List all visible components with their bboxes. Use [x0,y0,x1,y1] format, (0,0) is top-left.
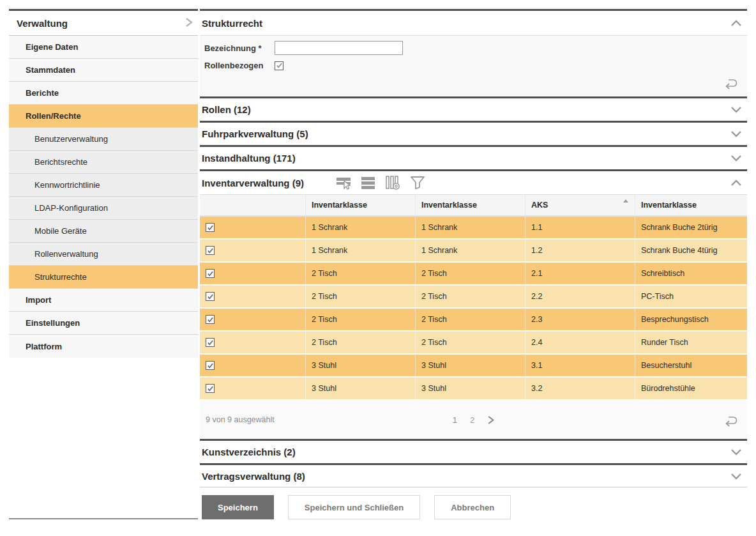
row-checkbox[interactable] [206,223,215,232]
sidebar-item-label: Import [26,295,51,305]
table-row[interactable]: 2 Tisch 2 Tisch 2.1 Schreibtisch [200,263,747,284]
sidebar-item-eigene-daten[interactable]: Eigene Daten [9,36,198,59]
cell: 2 Tisch [416,309,525,330]
row-checkbox[interactable] [206,315,215,324]
page-1-button[interactable]: 1 [453,415,457,425]
column-header[interactable]: Inventarklasse [416,195,525,215]
cell: 2.4 [525,332,635,353]
sidebar-item-ldap-konfiguration[interactable]: LDAP-Konfiguration [9,197,198,220]
sidebar-item-benutzerverwaltung[interactable]: Benutzerverwaltung [9,128,198,151]
section-header-rollen[interactable]: Rollen (12) [200,96,747,121]
sidebar-item-rollen-rechte[interactable]: Rollen/Rechte [9,105,198,128]
section-header-instandhaltung[interactable]: Instandhaltung (171) [200,145,747,169]
table-row[interactable]: 1 Schrank 1 Schrank 1.1 Schrank Buche 2t… [200,217,747,238]
cell: 3 Stuhl [416,378,525,399]
section-header-inventarverwaltung[interactable]: Inventarverwaltung (9) [200,169,747,194]
action-button-bar: Speichern Speichern und Schließen Abbrec… [200,487,747,519]
table-header-row: Inventarklasse Inventarklasse AKS Invent… [200,194,747,217]
cell: 3 Stuhl [306,378,416,399]
sidebar-item-label: Berichte [26,88,59,98]
table-row[interactable]: 3 Stuhl 3 Stuhl 3.1 Besucherstuhl [200,355,747,376]
list-rows-icon[interactable] [361,175,376,190]
sidebar-item-strukturrechte[interactable]: Strukturrechte [9,266,198,289]
table-row[interactable]: 1 Schrank 1 Schrank 1.2 Schrank Buche 4t… [200,240,747,261]
row-checkbox[interactable] [206,384,215,393]
row-checkbox[interactable] [206,361,215,370]
section-header-fuhrparkverwaltung[interactable]: Fuhrparkverwaltung (5) [200,121,747,145]
column-header-aks[interactable]: AKS [525,195,635,215]
table-row[interactable]: 2 Tisch 2 Tisch 2.2 PC-Tisch [200,286,747,307]
chevron-down-icon[interactable] [729,471,743,481]
table-row[interactable]: 2 Tisch 2 Tisch 2.4 Runder Tisch [200,332,747,353]
row-checkbox[interactable] [206,269,215,278]
row-checkbox[interactable] [206,292,215,301]
sidebar-item-label: Rollen/Rechte [26,111,81,121]
select-rows-icon[interactable] [336,175,352,190]
cell: Runder Tisch [635,332,747,353]
filter-funnel-icon[interactable] [409,175,426,190]
cell: 1.1 [525,217,635,238]
undo-icon[interactable] [723,413,739,430]
page-2-button[interactable]: 2 [470,415,474,425]
sidebar-item-kennwortrichtlinie[interactable]: Kennwortrichtlinie [9,174,198,197]
section-header-kunstverzeichnis[interactable]: Kunstverzeichnis (2) [200,439,747,463]
cell: 1 Schrank [306,240,416,261]
selection-count: 9 von 9 ausgewählt [200,415,275,424]
sidebar-item-mobile-geraete[interactable]: Mobile Geräte [9,220,198,243]
cell: 2.1 [525,263,635,284]
save-button[interactable]: Speichern [202,495,274,519]
column-header[interactable]: Inventarklasse [306,195,416,215]
bezeichnung-input[interactable] [275,41,403,55]
sidebar-title: Verwaltung [17,18,68,29]
cell: Schrank Buche 4türig [635,240,747,261]
section-title: Rollen (12) [202,104,251,115]
sidebar-item-label: Strukturrechte [34,272,87,282]
section-title: Kunstverzeichnis (2) [202,447,296,457]
chevron-down-icon[interactable] [729,129,743,139]
cell: 1 Schrank [416,217,525,238]
next-page-icon[interactable] [487,415,494,425]
cell: Besprechungstisch [635,309,747,330]
column-header-label: AKS [531,201,548,210]
sidebar-item-rollenverwaltung[interactable]: Rollenverwaltung [9,243,198,266]
row-checkbox[interactable] [206,246,215,255]
cell: PC-Tisch [635,286,747,307]
sidebar-item-plattform[interactable]: Plattform [9,335,198,358]
sidebar-item-berichtsrechte[interactable]: Berichtsrechte [9,151,198,174]
column-settings-icon[interactable] [384,175,401,190]
section-title: Inventarverwaltung (9) [202,178,304,188]
table-row[interactable]: 2 Tisch 2 Tisch 2.3 Besprechungstisch [200,309,747,330]
cancel-button[interactable]: Abbrechen [434,495,511,519]
column-header[interactable]: Inventarklasse [635,195,747,215]
sidebar: Verwaltung Eigene Daten Stammdaten Beric… [9,9,198,519]
chevron-down-icon[interactable] [729,447,743,457]
sidebar-item-berichte[interactable]: Berichte [9,82,198,105]
cell: 2 Tisch [306,309,416,330]
table-row[interactable]: 3 Stuhl 3 Stuhl 3.2 Bürodrehstühle [200,378,747,399]
strukturrecht-form-panel: Bezeichnung * Rollenbezogen [200,35,747,96]
row-checkbox[interactable] [206,338,215,347]
column-header-label: Inventarklasse [641,201,697,210]
sidebar-header-verwaltung[interactable]: Verwaltung [9,11,198,36]
pagination: 1 2 [453,415,494,425]
chevron-up-icon[interactable] [729,19,743,28]
chevron-right-icon [185,17,193,30]
section-header-strukturrecht[interactable]: Strukturrecht [200,11,747,35]
table-footer: 9 von 9 ausgewählt 1 2 [200,401,747,439]
undo-icon[interactable] [723,76,739,93]
sidebar-item-einstellungen[interactable]: Einstellungen [9,312,198,335]
save-and-close-button[interactable]: Speichern und Schließen [288,495,420,519]
chevron-up-icon[interactable] [729,178,743,188]
section-title: Instandhaltung (171) [202,153,296,164]
cell: 3 Stuhl [306,355,416,376]
section-header-vertragsverwaltung[interactable]: Vertragsverwaltung (8) [200,463,747,487]
sidebar-item-import[interactable]: Import [9,289,198,312]
chevron-down-icon[interactable] [729,105,743,114]
cell: Schrank Buche 2türig [635,217,747,238]
chevron-down-icon[interactable] [729,153,743,163]
sidebar-item-label: Kennwortrichtlinie [34,180,100,190]
cell: 3.1 [525,355,635,376]
rollenbezogen-label: Rollenbezogen [204,61,275,70]
rollenbezogen-checkbox[interactable] [275,61,284,70]
sidebar-item-stammdaten[interactable]: Stammdaten [9,59,198,82]
